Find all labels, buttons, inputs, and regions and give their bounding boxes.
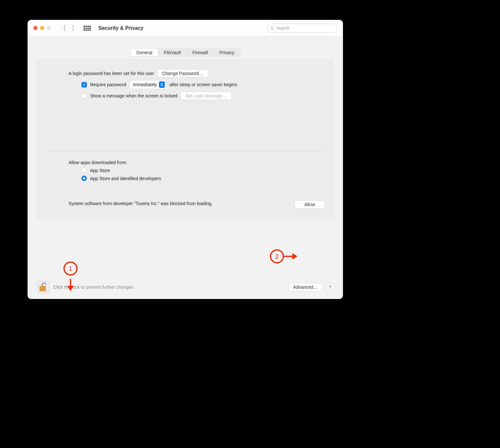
footer-right: Advanced… ? [288, 283, 334, 291]
traffic-lights [33, 26, 51, 30]
gatekeeper-heading: Allow apps downloaded from: [69, 160, 325, 165]
blocked-software-text: System software from developer “Tuxera I… [69, 200, 213, 207]
help-button[interactable]: ? [326, 283, 334, 291]
general-panel: A login password has been set for this u… [37, 59, 334, 218]
login-password-label: A login password has been set for this u… [69, 71, 154, 76]
require-password-suffix: after sleep or screen saver begins [170, 82, 237, 87]
svg-point-0 [271, 27, 273, 29]
forward-button: ⟩ [72, 24, 75, 32]
allow-button[interactable]: Allow [295, 200, 325, 209]
lock-area: Click the lock to prevent further change… [37, 280, 135, 294]
advanced-button[interactable]: Advanced… [288, 283, 322, 291]
require-password-checkbox[interactable] [81, 82, 87, 87]
svg-rect-2 [40, 286, 46, 291]
require-password-delay-select[interactable]: immediately [129, 80, 166, 89]
annotation-callout-2: 2 [270, 249, 284, 263]
tab-firewall[interactable]: Firewall [187, 49, 214, 56]
radio-appstore-row: App Store [81, 168, 325, 173]
lock-open-icon [39, 282, 48, 292]
annotation-callout-1: 1 [63, 261, 78, 276]
login-password-row: A login password has been set for this u… [69, 69, 325, 78]
nav-arrows: ⟨ ⟩ [63, 24, 75, 32]
lock-button[interactable] [37, 280, 50, 294]
require-password-label: Require password [90, 82, 126, 87]
tab-filevault[interactable]: FileVault [158, 49, 187, 56]
zoom-window-button[interactable] [47, 26, 51, 30]
require-password-row: Require password immediately after sleep… [81, 80, 325, 89]
search-field[interactable] [267, 24, 337, 33]
back-button[interactable]: ⟨ [63, 24, 66, 32]
show-all-icon[interactable] [84, 26, 91, 31]
radio-identified-label: App Store and identified developers [90, 176, 161, 181]
tab-general[interactable]: General [130, 49, 158, 56]
chevron-updown-icon [159, 81, 165, 88]
radio-identified[interactable] [81, 176, 87, 181]
minimize-window-button[interactable] [40, 26, 44, 30]
show-message-row: Show a message when the screen is locked… [81, 92, 325, 100]
search-input[interactable] [276, 26, 334, 30]
tab-bar: General FileVault Firewall Privacy [130, 48, 240, 57]
titlebar: ⟨ ⟩ Security & Privacy [28, 20, 343, 37]
annotation-arrow-1 [67, 286, 74, 291]
change-password-button[interactable]: Change Password… [157, 69, 208, 78]
tab-bar-container: General FileVault Firewall Privacy [28, 37, 343, 57]
svg-line-1 [273, 29, 274, 29]
footer: Click the lock to prevent further change… [28, 275, 343, 299]
radio-identified-row: App Store and identified developers [81, 176, 325, 181]
lock-label: Click the lock to prevent further change… [53, 285, 135, 290]
radio-appstore[interactable] [81, 168, 87, 173]
require-password-delay-value: immediately [133, 82, 157, 87]
show-message-checkbox[interactable] [81, 93, 87, 99]
radio-appstore-label: App Store [90, 168, 110, 173]
divider [46, 151, 325, 152]
set-lock-message-button: Set Lock Message… [180, 92, 231, 100]
annotation-arrow-2-line [284, 256, 292, 257]
close-window-button[interactable] [33, 26, 38, 30]
window-title: Security & Privacy [98, 25, 144, 31]
blocked-software-row: System software from developer “Tuxera I… [69, 200, 325, 209]
annotation-arrow-2-head [292, 253, 297, 260]
tab-privacy[interactable]: Privacy [214, 49, 240, 56]
search-icon [270, 26, 274, 30]
show-message-label: Show a message when the screen is locked [90, 93, 177, 98]
